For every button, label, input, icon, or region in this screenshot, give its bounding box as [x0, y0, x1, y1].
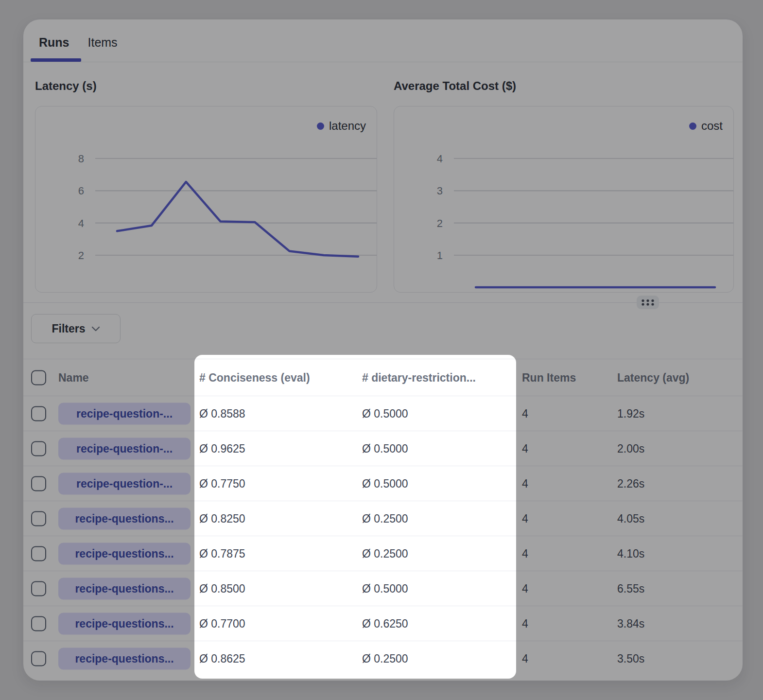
- dietary-score-cell: Ø 0.5000: [362, 407, 408, 420]
- table-row: recipe-questions... Ø 0.7875 Ø 0.2500 4 …: [23, 536, 743, 571]
- table-row: recipe-question-... Ø 0.8588 Ø 0.5000 4 …: [23, 396, 743, 431]
- runs-table: Name # Conciseness (eval) # dietary-rest…: [23, 359, 743, 676]
- conciseness-score-cell: Ø 0.8588: [199, 407, 245, 420]
- active-tab-indicator: [31, 58, 81, 62]
- run-items-cell: 4: [522, 407, 528, 420]
- row-checkbox[interactable]: [31, 616, 46, 631]
- run-items-cell: 4: [522, 442, 528, 455]
- latency-avg-cell: 4.10s: [617, 547, 644, 560]
- run-items-cell: 4: [522, 512, 528, 525]
- column-header-conciseness[interactable]: # Conciseness (eval): [199, 371, 310, 384]
- latency-avg-cell: 2.00s: [617, 442, 644, 455]
- table-row: recipe-questions... Ø 0.7700 Ø 0.6250 4 …: [23, 606, 743, 641]
- table-row: recipe-questions... Ø 0.8625 Ø 0.2500 4 …: [23, 641, 743, 676]
- conciseness-score-cell: Ø 0.8500: [199, 582, 245, 595]
- svg-text:8: 8: [78, 153, 84, 165]
- table-body: recipe-question-... Ø 0.8588 Ø 0.5000 4 …: [23, 396, 743, 676]
- table-header-row: Name # Conciseness (eval) # dietary-rest…: [23, 359, 743, 396]
- table-row: recipe-question-... Ø 0.7750 Ø 0.5000 4 …: [23, 466, 743, 501]
- row-checkbox[interactable]: [31, 581, 46, 596]
- run-items-cell: 4: [522, 477, 528, 490]
- section-divider: [23, 302, 743, 303]
- svg-text:2: 2: [437, 217, 443, 229]
- run-items-cell: 4: [522, 652, 528, 665]
- svg-text:1: 1: [437, 249, 443, 262]
- dietary-score-cell: Ø 0.5000: [362, 477, 408, 490]
- latency-avg-cell: 3.50s: [617, 652, 644, 665]
- run-name-badge[interactable]: recipe-questions...: [58, 612, 191, 634]
- grip-dots-icon: [640, 298, 656, 307]
- run-name-badge[interactable]: recipe-questions...: [58, 578, 191, 599]
- runs-panel: Runs Items Latency (s) Average Total Cos…: [23, 19, 743, 681]
- dietary-score-cell: Ø 0.2500: [362, 547, 408, 560]
- cost-line-chart: 1234: [394, 106, 734, 293]
- table-row: recipe-question-... Ø 0.9625 Ø 0.5000 4 …: [23, 431, 743, 466]
- filters-button-label: Filters: [52, 322, 85, 335]
- resize-drag-handle[interactable]: [637, 296, 659, 309]
- run-name-badge[interactable]: recipe-questions...: [58, 648, 191, 670]
- row-checkbox[interactable]: [31, 511, 46, 526]
- svg-text:4: 4: [437, 153, 443, 165]
- conciseness-score-cell: Ø 0.7750: [199, 477, 245, 490]
- table-row: recipe-questions... Ø 0.8500 Ø 0.5000 4 …: [23, 571, 743, 606]
- filters-button[interactable]: Filters: [31, 314, 121, 343]
- tab-bar: Runs Items: [39, 34, 118, 51]
- latency-avg-cell: 1.92s: [617, 407, 644, 420]
- latency-chart-title: Latency (s): [35, 78, 97, 94]
- run-name-badge[interactable]: recipe-questions...: [58, 508, 191, 529]
- svg-text:3: 3: [437, 185, 443, 197]
- conciseness-score-cell: Ø 0.7875: [199, 547, 245, 560]
- table-row: recipe-questions... Ø 0.8250 Ø 0.2500 4 …: [23, 501, 743, 536]
- column-header-latency-avg[interactable]: Latency (avg): [617, 371, 689, 384]
- run-items-cell: 4: [522, 582, 528, 595]
- svg-text:2: 2: [78, 249, 84, 262]
- latency-avg-cell: 3.84s: [617, 617, 644, 630]
- tab-runs[interactable]: Runs: [39, 34, 69, 51]
- run-name-badge[interactable]: recipe-questions...: [58, 542, 191, 564]
- row-checkbox[interactable]: [31, 546, 46, 561]
- latency-legend-label: latency: [329, 119, 366, 133]
- latency-avg-cell: 2.26s: [617, 477, 644, 490]
- row-checkbox[interactable]: [31, 406, 46, 421]
- cost-legend-dot: [689, 122, 696, 130]
- svg-text:4: 4: [78, 217, 84, 229]
- cost-legend: cost: [689, 119, 723, 133]
- row-checkbox[interactable]: [31, 651, 46, 666]
- row-checkbox[interactable]: [31, 476, 46, 491]
- conciseness-score-cell: Ø 0.7700: [199, 617, 245, 630]
- chevron-down-icon: [91, 326, 100, 332]
- svg-text:6: 6: [78, 185, 84, 197]
- tab-items[interactable]: Items: [88, 34, 118, 51]
- latency-line-chart: 2468: [35, 106, 377, 293]
- cost-chart-title: Average Total Cost ($): [394, 78, 516, 94]
- dietary-score-cell: Ø 0.2500: [362, 512, 408, 525]
- column-header-run-items[interactable]: Run Items: [522, 371, 576, 384]
- select-all-checkbox[interactable]: [31, 370, 46, 385]
- latency-avg-cell: 4.05s: [617, 512, 644, 525]
- dietary-score-cell: Ø 0.5000: [362, 442, 408, 455]
- cost-legend-label: cost: [701, 119, 723, 133]
- conciseness-score-cell: Ø 0.9625: [199, 442, 245, 455]
- run-name-badge[interactable]: recipe-question-...: [58, 402, 191, 424]
- tabs-divider: [23, 62, 743, 62]
- run-items-cell: 4: [522, 547, 528, 560]
- latency-legend: latency: [317, 119, 366, 133]
- latency-legend-dot: [317, 122, 324, 130]
- page: Runs Items Latency (s) Average Total Cos…: [0, 0, 763, 700]
- run-name-badge[interactable]: recipe-question-...: [58, 472, 191, 494]
- dietary-score-cell: Ø 0.2500: [362, 652, 408, 665]
- dietary-score-cell: Ø 0.6250: [362, 617, 408, 630]
- run-name-badge[interactable]: recipe-question-...: [58, 438, 191, 459]
- cost-chart: 1234 cost: [394, 106, 734, 293]
- conciseness-score-cell: Ø 0.8250: [199, 512, 245, 525]
- column-header-dietary-restriction[interactable]: # dietary-restriction...: [362, 371, 476, 384]
- conciseness-score-cell: Ø 0.8625: [199, 652, 245, 665]
- latency-avg-cell: 6.55s: [617, 582, 644, 595]
- column-header-name[interactable]: Name: [58, 371, 89, 384]
- dietary-score-cell: Ø 0.5000: [362, 582, 408, 595]
- latency-chart: 2468 latency: [35, 106, 377, 293]
- row-checkbox[interactable]: [31, 441, 46, 456]
- run-items-cell: 4: [522, 617, 528, 630]
